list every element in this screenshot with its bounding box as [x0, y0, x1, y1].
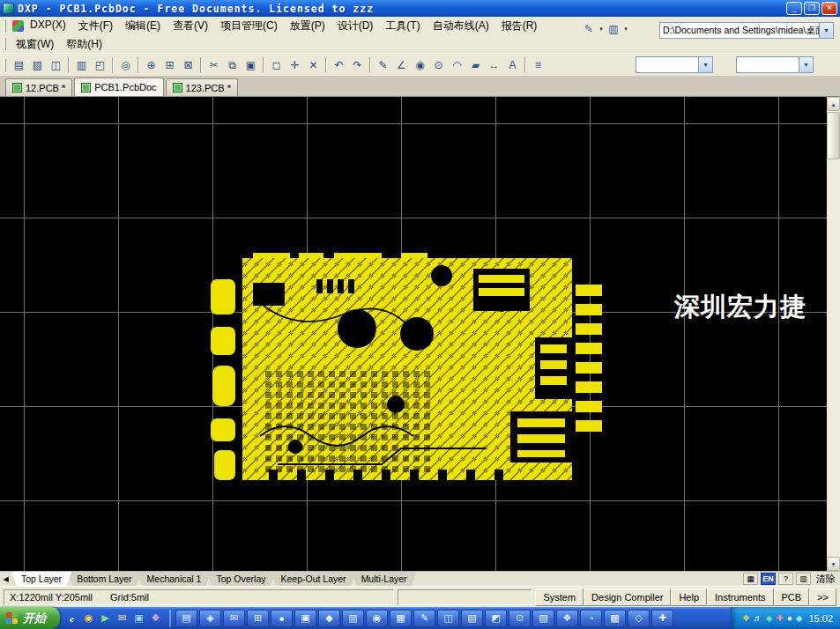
document-tab[interactable]: 12.PCB *: [5, 78, 72, 96]
combo-dropdown-icon[interactable]: ▼: [799, 57, 813, 72]
clear-selection-icon[interactable]: ✕: [304, 56, 323, 74]
taskbar-window-button[interactable]: ❖: [556, 610, 578, 627]
paste-icon[interactable]: ▣: [242, 56, 260, 74]
help-button[interactable]: ?: [778, 573, 793, 585]
taskbar-window-button[interactable]: ✚: [651, 610, 673, 627]
zoom-window-icon[interactable]: ⊞: [160, 56, 179, 74]
taskbar-window-button[interactable]: ⊞: [247, 610, 269, 627]
maximize-button[interactable]: ❐: [804, 2, 820, 15]
menu-item[interactable]: DXP(X): [24, 17, 72, 35]
tray-icon[interactable]: ♬: [754, 613, 762, 623]
move-icon[interactable]: ✛: [286, 56, 304, 74]
menu-item[interactable]: 帮助(H): [60, 35, 108, 54]
layer-tab[interactable]: Multi-Layer: [352, 572, 417, 586]
combo-dropdown-icon[interactable]: ▼: [819, 23, 833, 38]
tray-icon[interactable]: ●: [787, 613, 792, 623]
interactive-routing-icon[interactable]: ✎: [374, 56, 392, 74]
taskbar-window-button[interactable]: ◇: [628, 610, 650, 627]
print-preview-icon[interactable]: ◰: [91, 56, 109, 74]
taskbar-window-button[interactable]: ⊙: [509, 610, 531, 627]
taskbar-window-button[interactable]: ▨: [532, 610, 554, 627]
panel-button[interactable]: Design Compiler: [584, 588, 671, 606]
taskbar-window-button[interactable]: ◩: [485, 610, 507, 627]
document-tab[interactable]: 123.PCB *: [166, 78, 238, 96]
panels-icon[interactable]: ▥: [796, 573, 811, 585]
menu-item[interactable]: 查看(V): [167, 17, 214, 35]
close-button[interactable]: ✕: [821, 2, 837, 15]
wiring-tool-icon[interactable]: ✎: [581, 21, 597, 37]
mask-clear-button[interactable]: 清除: [814, 573, 838, 586]
pcb-canvas[interactable]: 深圳宏力捷: [0, 97, 827, 571]
taskbar-window-button[interactable]: ✎: [413, 610, 435, 627]
place-arc-icon[interactable]: ◠: [448, 56, 466, 74]
scroll-up-icon[interactable]: ▲: [827, 97, 840, 111]
panel-button[interactable]: Instruments: [707, 588, 773, 606]
scrollbar-thumb[interactable]: [827, 112, 840, 159]
measure-icon[interactable]: ∠: [392, 56, 411, 74]
quick-launch-icon[interactable]: ▣: [131, 610, 146, 625]
place-text-icon[interactable]: A: [503, 56, 522, 74]
print-tool-icon[interactable]: ▥: [606, 21, 621, 37]
taskbar-window-button[interactable]: ◫: [437, 610, 459, 627]
toolbar-grip[interactable]: [4, 59, 6, 71]
quick-launch-icon[interactable]: ✉: [115, 610, 130, 625]
taskbar-window-button[interactable]: ●: [271, 610, 293, 627]
tray-icon[interactable]: ✚: [776, 613, 783, 623]
minimize-button[interactable]: _: [786, 2, 802, 15]
taskbar-window-button[interactable]: ▩: [604, 610, 626, 627]
print-icon[interactable]: ▥: [72, 56, 91, 74]
scroll-down-icon[interactable]: ▼: [827, 557, 840, 571]
taskbar-window-button[interactable]: ▥: [342, 610, 364, 627]
tray-icon[interactable]: ◆: [796, 613, 803, 623]
taskbar-window-button[interactable]: ▤: [175, 610, 197, 627]
save-icon[interactable]: ◫: [47, 56, 65, 74]
quick-launch-icon[interactable]: ◉: [81, 610, 96, 625]
menu-item[interactable]: 视窗(W): [10, 35, 60, 54]
place-fill-icon[interactable]: ▰: [466, 56, 485, 74]
menu-item[interactable]: 放置(P): [284, 17, 331, 35]
tray-icon[interactable]: ❖: [742, 613, 750, 623]
zoom-in-icon[interactable]: ⊕: [142, 56, 160, 74]
taskbar-window-button[interactable]: ▧: [461, 610, 483, 627]
layer-tab[interactable]: Top Overlay: [206, 572, 275, 586]
menu-item[interactable]: 设计(D): [331, 17, 380, 35]
board-setup-icon[interactable]: ≡: [529, 56, 547, 74]
copy-icon[interactable]: ⧉: [223, 56, 242, 74]
toolbar-combo-1[interactable]: ▼: [636, 56, 713, 73]
toolbar-combo-2[interactable]: ▼: [736, 56, 814, 73]
combo-dropdown-icon[interactable]: ▼: [698, 57, 712, 72]
layer-scroll-left-icon[interactable]: ◀: [0, 572, 11, 586]
start-button[interactable]: 开始: [0, 607, 60, 629]
taskbar-window-button[interactable]: ▣: [294, 610, 316, 627]
undo-icon[interactable]: ↶: [330, 56, 348, 74]
menu-item[interactable]: 报告(R): [495, 17, 544, 35]
quick-launch-icon[interactable]: ▶: [98, 610, 113, 625]
zoom-all-icon[interactable]: ⊠: [179, 56, 197, 74]
menu-item[interactable]: 自动布线(A): [427, 17, 495, 35]
quick-launch-icon[interactable]: ❖: [148, 610, 163, 625]
redo-icon[interactable]: ↷: [348, 56, 367, 74]
open-document-icon[interactable]: ▧: [28, 56, 47, 74]
taskbar-window-button[interactable]: ◈: [199, 610, 221, 627]
vertical-scrollbar[interactable]: ▲ ▼: [827, 97, 840, 571]
select-area-icon[interactable]: ◻: [267, 56, 286, 74]
print-dropdown-icon[interactable]: ▾: [621, 21, 630, 37]
panel-button[interactable]: System: [535, 588, 584, 606]
toolbar-grip[interactable]: [4, 38, 6, 50]
layer-tab[interactable]: Bottom Layer: [67, 572, 141, 586]
layer-tab[interactable]: Top Layer: [11, 572, 71, 586]
menu-item[interactable]: 工具(T): [379, 17, 426, 35]
taskbar-window-button[interactable]: ◆: [318, 610, 340, 627]
quick-launch-icon[interactable]: e: [64, 610, 79, 625]
panel-button[interactable]: >>: [809, 588, 836, 606]
mask-level-icon[interactable]: ▦: [743, 573, 758, 585]
cut-icon[interactable]: ✂: [204, 56, 223, 74]
taskbar-window-button[interactable]: ◉: [366, 610, 388, 627]
tray-icon[interactable]: ◈: [766, 613, 773, 623]
language-indicator[interactable]: EN: [761, 573, 776, 585]
browser-icon[interactable]: ◎: [116, 56, 135, 74]
taskbar-window-button[interactable]: ◔: [580, 610, 602, 627]
menu-item[interactable]: 项目管理(C): [214, 17, 284, 35]
dimension-icon[interactable]: ↔: [485, 56, 503, 74]
layer-tab[interactable]: Keep-Out Layer: [271, 572, 355, 586]
